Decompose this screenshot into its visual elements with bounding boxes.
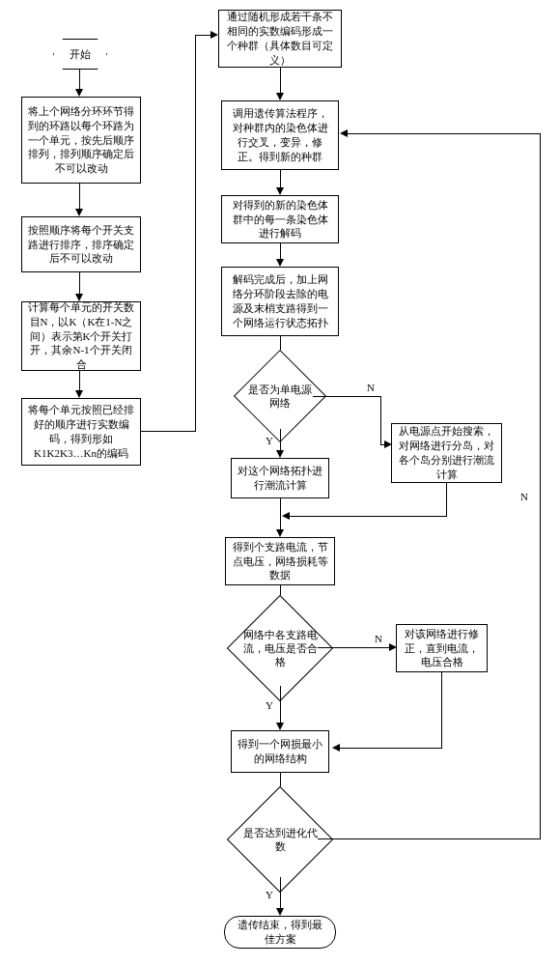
label-no: N [520, 491, 528, 502]
left-step-3: 计算每个单元的开关数目N，以K（K在1-N之间）表示第K个开关打开，其余N-1个… [21, 301, 141, 371]
arrow-head [282, 512, 290, 520]
left-step-2: 按照顺序将每个开关支路进行排序，排序确定后不可以改动 [21, 216, 141, 272]
arrow-head [276, 93, 284, 100]
end-node: 遗传结束，得到最佳方案 [224, 916, 336, 949]
flow-multi: 从电源点开始搜索，对网络进行分岛，对各个岛分别进行潮流计算 [391, 423, 502, 483]
arrow [280, 877, 281, 910]
connector [441, 672, 442, 748]
arrow [280, 686, 281, 724]
arrow [79, 184, 80, 211]
arrow-head [276, 529, 284, 537]
connector [141, 431, 195, 432]
arrow [280, 498, 281, 531]
arrow [318, 647, 391, 648]
arrow [280, 170, 281, 189]
start-label: 开始 [70, 47, 91, 62]
label-yes: Y [266, 699, 273, 711]
arrow-head [332, 744, 340, 752]
connector [347, 133, 541, 134]
arrow [280, 429, 281, 452]
flow-single: 对这个网络拓扑进行潮流计算 [231, 458, 329, 498]
connector [288, 516, 447, 517]
arrow [79, 70, 80, 91]
arrow-head [75, 390, 83, 398]
connector [446, 483, 447, 516]
decision-single-source: 是否为单电源网络 [247, 363, 313, 429]
left-step-1: 将上个网络分环环节得到的环路以每个环路为一个单元，按先后顺序排列，排列顺序确定后… [21, 97, 141, 184]
arrow-head [340, 129, 348, 137]
decision-generations: 是否达到进化代数 [242, 802, 318, 877]
arrow [280, 68, 281, 95]
connector [338, 748, 442, 749]
arrow-head [276, 187, 284, 195]
arrow-head [276, 259, 284, 267]
results: 得到个支路电流，节点电压，网络损耗等数据 [225, 537, 335, 585]
arrow-head [75, 209, 83, 216]
arrow-head [276, 450, 284, 458]
arrow-head [276, 908, 284, 916]
top-population: 通过随机形成若干条不相同的实数编码形成一个种群（具体数目可定义） [218, 10, 342, 68]
connector [318, 838, 540, 839]
fix-network: 对该网络进行修正，直到电流，电压合格 [396, 624, 488, 672]
step-decode: 对得到的新的染色体群中的每一条染色体进行解码 [221, 195, 339, 243]
step-topology: 解码完成后，加上网络分环阶段去除的电源及末梢支路得到一个网络运行状态拓扑 [221, 267, 339, 336]
arrow-head [276, 723, 284, 730]
label-yes: Y [266, 889, 273, 900]
decision-valid: 网络中各支路电流，电压是否合格 [242, 611, 318, 686]
label-no: N [375, 633, 382, 644]
arrow-head [210, 31, 218, 39]
min-loss: 得到一个网损最小的网络结构 [231, 730, 329, 773]
left-step-4: 将每个单元按照已经排好的顺序进行实数编码，得到形如K1K2K3…Kn的编码 [21, 398, 141, 466]
arrow [79, 272, 80, 296]
arrow [79, 371, 80, 392]
connector [195, 35, 196, 432]
connector [540, 133, 541, 839]
arrow [313, 396, 380, 397]
arrow-head [75, 89, 83, 97]
label-yes: Y [266, 435, 273, 446]
start-node: 开始 [53, 39, 107, 70]
label-no: N [367, 382, 375, 393]
step-ga: 调用遗传算法程序，对种群内的染色体进行交叉，变异，修正。得到新的种群 [221, 100, 339, 170]
arrow [380, 396, 381, 444]
